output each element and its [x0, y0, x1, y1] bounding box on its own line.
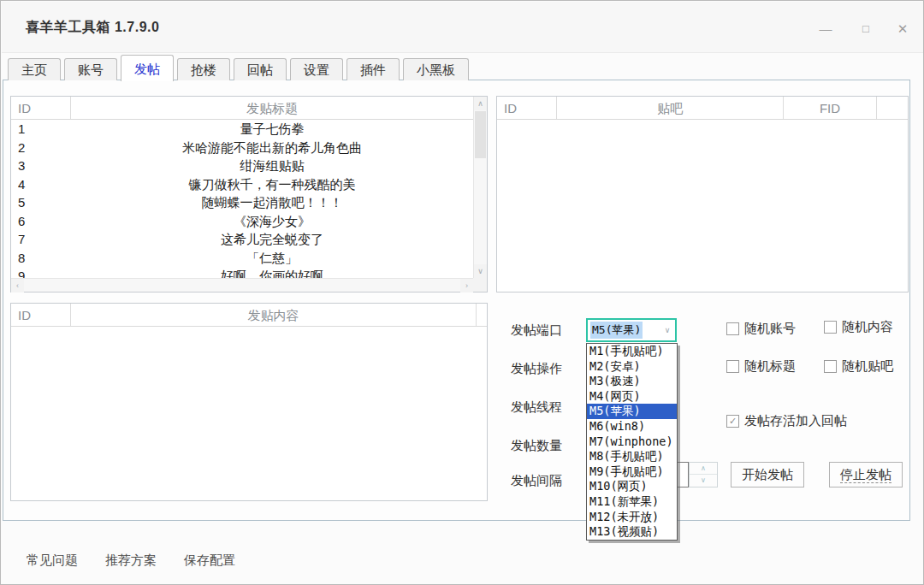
operation-label: 发帖操作 — [511, 361, 562, 378]
scrollbar-corner — [473, 278, 487, 292]
vertical-scrollbar[interactable]: ∧ ∨ — [473, 97, 487, 278]
post-title-row[interactable]: 7这希儿完全蜕变了 — [11, 230, 473, 249]
tieba-table-header: ID 贴吧 FID — [497, 97, 908, 120]
stop-post-button[interactable]: 停止发帖 — [829, 462, 903, 488]
row-id-cell: 9 — [11, 267, 71, 278]
tab-settings[interactable]: 设置 — [290, 58, 343, 80]
interval-label: 发帖间隔 — [511, 473, 562, 490]
dropdown-item[interactable]: M4(网页) — [587, 389, 677, 405]
row-title-cell: 量子七伤拳 — [71, 120, 473, 139]
checkbox-box[interactable] — [824, 321, 837, 334]
scrollbar-thumb[interactable] — [475, 111, 486, 158]
tab-home[interactable]: 主页 — [8, 58, 61, 80]
minimize-icon[interactable]: — — [813, 19, 838, 39]
checkbox-post-survive-join-reply[interactable]: ✓ 发帖存活加入回帖 — [726, 413, 847, 429]
tab-plugins[interactable]: 插件 — [346, 58, 400, 80]
tab-grab-floor[interactable]: 抢楼 — [177, 58, 230, 80]
dropdown-item[interactable]: M11(新苹果) — [587, 494, 677, 510]
post-title-row[interactable]: 8「仁慈」 — [11, 249, 473, 268]
maximize-icon[interactable]: □ — [853, 19, 879, 39]
save-config-link[interactable]: 保存配置 — [184, 552, 235, 569]
tab-reply[interactable]: 回帖 — [234, 58, 287, 80]
scroll-up-icon[interactable]: ∧ — [474, 97, 487, 110]
dropdown-item[interactable]: M8(手机贴吧) — [587, 449, 677, 464]
post-title-table-body: 1量子七伤拳2米哈游能不能出新的希儿角色曲3绀海组贴贴4镰刀做秋千，有一种残酷的… — [11, 120, 473, 278]
checkbox-label: 随机标题 — [744, 358, 796, 375]
dropdown-item[interactable]: M2(安卓) — [587, 359, 677, 375]
dropdown-item[interactable]: M3(极速) — [587, 374, 677, 389]
post-content-table: ID 发贴内容 — [10, 303, 488, 501]
footer-links: 常见问题推荐方案保存配置 — [27, 552, 235, 569]
dropdown-item[interactable]: M12(未开放) — [587, 510, 677, 525]
row-title-cell: 米哈游能不能出新的希儿角色曲 — [71, 139, 473, 157]
post-title-row[interactable]: 1量子七伤拳 — [11, 120, 473, 139]
scroll-down-icon[interactable]: ∨ — [474, 264, 487, 278]
row-id-cell: 4 — [11, 175, 71, 194]
row-id-cell: 5 — [11, 193, 71, 212]
checkbox-label: 发帖存活加入回帖 — [744, 413, 847, 429]
scroll-right-icon[interactable]: › — [460, 279, 473, 292]
post-title-row[interactable]: 2米哈游能不能出新的希儿角色曲 — [11, 139, 473, 157]
dropdown-item[interactable]: M9(手机贴吧) — [587, 464, 677, 480]
column-header-post-content: 发贴内容 — [71, 304, 476, 326]
checkbox-random-account[interactable]: 随机账号 — [726, 321, 796, 337]
row-title-cell: 这希儿完全蜕变了 — [71, 230, 473, 249]
checkbox-random-content[interactable]: 随机内容 — [824, 319, 893, 335]
checkbox-label: 随机内容 — [842, 319, 893, 335]
checkbox-label: 随机账号 — [744, 321, 796, 337]
spinner-up-icon[interactable]: ∧ — [690, 463, 717, 475]
tab-post[interactable]: 发帖 — [121, 55, 174, 81]
dropdown-item[interactable]: M1(手机贴吧) — [587, 344, 677, 359]
dropdown-item[interactable]: M6(win8) — [587, 419, 677, 434]
horizontal-scrollbar[interactable]: ‹ › — [11, 278, 473, 292]
post-title-row[interactable]: 5随蝴蝶一起消散吧！！！ — [11, 193, 473, 212]
checkbox-box[interactable] — [824, 360, 837, 373]
tieba-table: ID 贴吧 FID — [496, 96, 909, 292]
post-title-row[interactable]: 4镰刀做秋千，有一种残酷的美 — [11, 175, 473, 194]
tab-blackboard[interactable]: 小黑板 — [403, 58, 469, 80]
post-title-row[interactable]: 3绀海组贴贴 — [11, 157, 473, 175]
recommend-plan-link[interactable]: 推荐方案 — [105, 552, 157, 569]
post-title-table-header: ID 发贴标题 — [11, 97, 473, 120]
title-bar: 喜羊羊工具箱 1.7.9.0 — □ ✕ — [2, 2, 924, 53]
dropdown-item[interactable]: M13(视频贴) — [587, 524, 677, 540]
row-title-cell: 好啊，你画的好啊 — [71, 267, 473, 278]
post-title-row[interactable]: 6《深海少女》 — [11, 212, 473, 231]
interval-spinner[interactable]: ∧ ∨ — [689, 462, 718, 488]
close-icon[interactable]: ✕ — [890, 19, 915, 39]
checkbox-random-title[interactable]: 随机标题 — [726, 358, 796, 375]
start-post-button[interactable]: 开始发帖 — [731, 462, 804, 488]
post-title-row[interactable]: 9好啊，你画的好啊 — [11, 267, 473, 278]
row-title-cell: 镰刀做秋千，有一种残酷的美 — [71, 175, 473, 194]
app-window: 喜羊羊工具箱 1.7.9.0 — □ ✕ 主页账号发帖抢楼回帖设置插件小黑板 I… — [0, 0, 924, 585]
column-header-filler — [476, 304, 487, 326]
row-id-cell: 7 — [11, 230, 71, 249]
column-header-fid: FID — [783, 97, 877, 119]
faq-link[interactable]: 常见问题 — [27, 552, 78, 569]
checkbox-box[interactable] — [726, 360, 739, 373]
dropdown-item[interactable]: M7(winphone) — [587, 434, 677, 450]
count-label: 发帖数量 — [511, 438, 562, 455]
app-title: 喜羊羊工具箱 1.7.9.0 — [26, 19, 159, 37]
row-id-cell: 2 — [11, 139, 71, 157]
tab-account[interactable]: 账号 — [64, 58, 117, 80]
dropdown-item[interactable]: M5(苹果) — [587, 404, 677, 419]
column-header-tieba: 贴吧 — [557, 97, 783, 119]
checkbox-random-tieba[interactable]: 随机贴吧 — [824, 358, 893, 375]
scroll-left-icon[interactable]: ‹ — [11, 279, 24, 292]
spinner-down-icon[interactable]: ∨ — [690, 475, 717, 487]
dropdown-item[interactable]: M10(网页) — [587, 479, 677, 494]
port-dropdown-list: M1(手机贴吧)M2(安卓)M3(极速)M4(网页)M5(苹果)M6(win8)… — [586, 343, 678, 541]
check-icon[interactable]: ✓ — [726, 415, 739, 428]
row-id-cell: 8 — [11, 249, 71, 268]
row-title-cell: 随蝴蝶一起消散吧！！！ — [71, 193, 473, 212]
port-combobox-value: M5(苹果) — [590, 322, 643, 339]
column-header-id: ID — [11, 97, 71, 119]
checkbox-box[interactable] — [726, 322, 739, 335]
column-header-post-title: 发贴标题 — [71, 97, 473, 119]
row-title-cell: 「仁慈」 — [71, 249, 473, 268]
chevron-down-icon[interactable]: ∨ — [660, 326, 675, 334]
row-id-cell: 1 — [11, 120, 71, 139]
port-combobox[interactable]: M5(苹果) ∨ — [586, 318, 677, 342]
column-header-id: ID — [497, 97, 557, 119]
